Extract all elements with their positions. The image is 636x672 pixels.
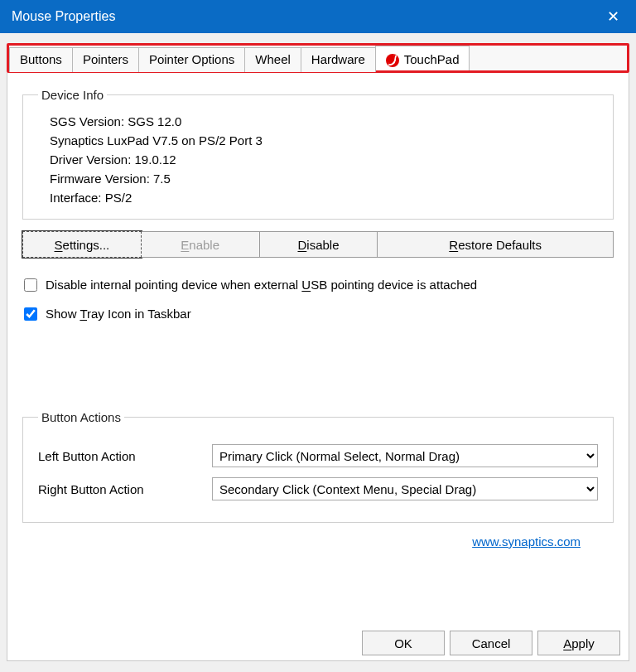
disable-internal-label: Disable internal pointing device when ex… bbox=[46, 278, 477, 292]
tab-pointers[interactable]: Pointers bbox=[72, 47, 139, 72]
settings-button[interactable]: Settings... bbox=[22, 231, 142, 258]
right-button-select[interactable]: Secondary Click (Context Menu, Special D… bbox=[212, 477, 598, 500]
synaptics-link[interactable]: www.synaptics.com bbox=[472, 534, 581, 549]
right-button-label: Right Button Action bbox=[38, 482, 212, 496]
apply-button[interactable]: Apply bbox=[537, 631, 620, 655]
show-tray-checkbox[interactable] bbox=[24, 307, 37, 321]
left-button-select[interactable]: Primary Click (Normal Select, Normal Dra… bbox=[212, 444, 598, 467]
tab-content: Device Info SGS Version: SGS 12.0 Synapt… bbox=[7, 73, 629, 661]
ok-button[interactable]: OK bbox=[362, 631, 445, 655]
cancel-button[interactable]: Cancel bbox=[450, 631, 532, 655]
restore-defaults-button[interactable]: Restore Defaults bbox=[378, 231, 614, 258]
tab-buttons[interactable]: Buttons bbox=[9, 47, 73, 72]
disable-button[interactable]: Disable bbox=[260, 231, 378, 258]
button-actions-legend: Button Actions bbox=[38, 410, 124, 424]
device-info-group: Device Info SGS Version: SGS 12.0 Synapt… bbox=[22, 88, 614, 220]
device-info-legend: Device Info bbox=[38, 88, 107, 102]
info-sgs-version: SGS Version: SGS 12.0 bbox=[50, 112, 598, 131]
disable-internal-checkbox[interactable] bbox=[24, 278, 37, 292]
info-firmware-version: Firmware Version: 7.5 bbox=[50, 169, 598, 188]
close-icon[interactable]: ✕ bbox=[602, 7, 624, 26]
tab-hardware[interactable]: Hardware bbox=[301, 47, 376, 72]
tab-touchpad[interactable]: TouchPad bbox=[375, 46, 470, 70]
show-tray-label: Show Tray Icon in Taskbar bbox=[46, 307, 191, 321]
info-interface: Interface: PS/2 bbox=[50, 188, 598, 207]
info-driver-version: Driver Version: 19.0.12 bbox=[50, 150, 598, 169]
tab-wheel[interactable]: Wheel bbox=[244, 47, 301, 72]
info-device-name: Synaptics LuxPad V7.5 on PS/2 Port 3 bbox=[50, 131, 598, 150]
tab-pointer-options[interactable]: Pointer Options bbox=[138, 47, 245, 72]
titlebar: Mouse Properties ✕ bbox=[0, 0, 636, 33]
button-actions-group: Button Actions Left Button Action Primar… bbox=[22, 410, 614, 523]
action-button-row: Settings... Enable Disable Restore Defau… bbox=[22, 231, 614, 258]
synaptics-icon bbox=[386, 54, 399, 67]
left-button-label: Left Button Action bbox=[38, 449, 212, 463]
tab-strip: Buttons Pointers Pointer Options Wheel H… bbox=[7, 43, 629, 73]
window-title: Mouse Properties bbox=[12, 9, 115, 24]
enable-button: Enable bbox=[142, 231, 260, 258]
